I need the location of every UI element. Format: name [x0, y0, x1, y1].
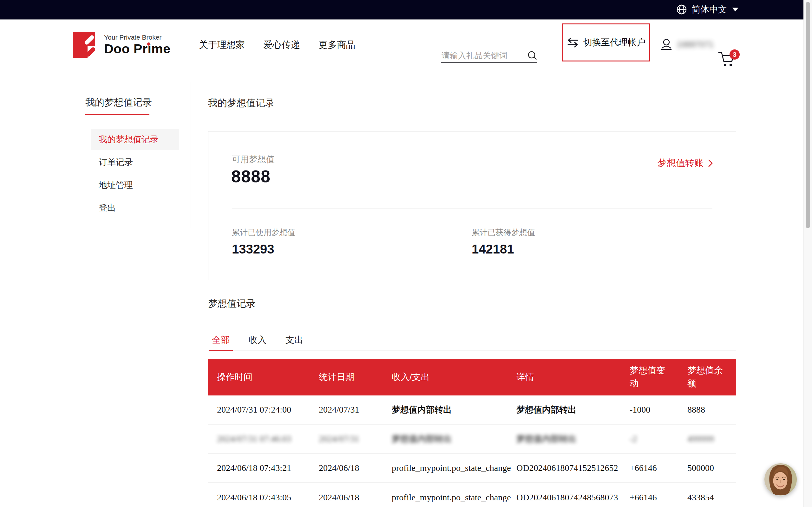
header-divider — [556, 38, 556, 56]
col-header-stat-date: 统计日期 — [319, 371, 392, 383]
table-row: 2024/06/18 07:43:21 2024/06/18 profile_m… — [208, 454, 736, 483]
cart-button[interactable]: 3 — [717, 51, 746, 75]
topbar: 简体中文 — [0, 0, 812, 20]
chat-avatar[interactable] — [764, 463, 797, 496]
used-points-label: 累计已使用梦想值 — [232, 227, 295, 238]
card-inner-divider — [232, 209, 712, 209]
chevron-right-icon — [708, 159, 713, 167]
records-table: 操作时间 统计日期 收入/支出 详情 梦想值变动 梦想值余额 2024/07/3… — [208, 359, 736, 507]
switch-account-label: 切换至代理帐户 — [583, 37, 646, 49]
sidebar-item-order-records[interactable]: 订单记录 — [91, 152, 179, 173]
records-section-title: 梦想值记录 — [208, 297, 256, 310]
user-icon — [660, 38, 672, 51]
table-row-blurred: 2024/07/31 07:46:03 2024/07/31 梦想值内部转出 梦… — [208, 425, 736, 454]
tab-income[interactable]: 收入 — [248, 330, 267, 350]
page-title: 我的梦想值记录 — [208, 97, 275, 110]
user-account[interactable]: 19887071 — [660, 38, 714, 51]
caret-down-icon — [732, 8, 739, 11]
nav-item-about[interactable]: 关于理想家 — [199, 39, 245, 51]
username-blurred: 19887071 — [677, 40, 714, 49]
sidebar-title: 我的梦想值记录 — [85, 96, 191, 109]
search-icon[interactable] — [527, 51, 537, 60]
points-transfer-link[interactable]: 梦想值转账 — [658, 157, 713, 170]
cart-count-badge: 3 — [729, 49, 740, 60]
used-points-value: 133293 — [232, 242, 295, 257]
switch-to-agent-account-button[interactable]: 切换至代理帐户 — [562, 23, 650, 61]
doo-prime-logo-icon — [73, 32, 98, 58]
col-header-detail: 详情 — [516, 371, 629, 383]
used-points-stat: 累计已使用梦想值 133293 — [232, 227, 295, 257]
logo-brand: Doo Prime — [104, 42, 171, 56]
tab-expense[interactable]: 支出 — [285, 330, 304, 350]
tab-all[interactable]: 全部 — [211, 330, 230, 350]
header: Your Private Broker Doo Prime 关于理想家 爱心传递… — [0, 20, 812, 82]
col-header-operation-time: 操作时间 — [217, 371, 319, 383]
logo-text: Your Private Broker Doo Prime — [104, 32, 171, 56]
col-header-income-expense: 收入/支出 — [392, 371, 516, 383]
earned-points-stat: 累计已获得梦想值 142181 — [472, 227, 535, 257]
records-tabs: 全部 收入 支出 — [208, 330, 736, 351]
language-label: 简体中文 — [692, 3, 727, 15]
available-points-value: 8888 — [231, 166, 270, 186]
logo-tagline: Your Private Broker — [104, 34, 171, 41]
table-header-row: 操作时间 统计日期 收入/支出 详情 梦想值变动 梦想值余额 — [208, 359, 736, 395]
scrollbar-track[interactable] — [803, 0, 812, 507]
dream-points-summary-card: 可用梦想值 8888 梦想值转账 累计已使用梦想值 133293 累计已获得梦想… — [208, 131, 736, 280]
scrollbar-thumb[interactable] — [806, 2, 810, 228]
swap-icon — [567, 38, 579, 48]
page: 简体中文 Your Private Broker Doo Prime 关于理想家… — [0, 0, 812, 507]
earned-points-label: 累计已获得梦想值 — [472, 227, 535, 238]
nav-item-more-products[interactable]: 更多商品 — [318, 39, 355, 51]
sidebar-item-my-dream-points[interactable]: 我的梦想值记录 — [91, 129, 179, 150]
globe-icon — [676, 4, 687, 15]
sidebar-item-logout[interactable]: 登出 — [91, 197, 179, 219]
nav-item-charity[interactable]: 爱心传递 — [263, 39, 300, 51]
search-input[interactable] — [441, 50, 523, 61]
language-selector[interactable]: 简体中文 — [676, 0, 739, 19]
chat-avatar-image — [764, 463, 797, 496]
main-nav: 关于理想家 爱心传递 更多商品 — [199, 39, 355, 51]
col-header-points-balance: 梦想值余额 — [687, 364, 736, 390]
earned-points-value: 142181 — [472, 242, 535, 257]
page-title-divider — [208, 119, 736, 119]
logo-i-dot — [147, 43, 150, 46]
table-row: 2024/07/31 07:24:00 2024/07/31 梦想值内部转出 梦… — [208, 395, 736, 425]
available-points-label: 可用梦想值 — [232, 154, 275, 165]
table-row: 2024/06/18 07:43:05 2024/06/18 profile_m… — [208, 483, 736, 507]
col-header-points-change: 梦想值变动 — [629, 364, 687, 390]
logo[interactable]: Your Private Broker Doo Prime — [73, 32, 171, 58]
sidebar-menu: 我的梦想值记录 订单记录 地址管理 登出 — [73, 129, 191, 219]
sidebar-item-address-management[interactable]: 地址管理 — [91, 174, 179, 196]
sidebar-title-underline — [85, 114, 149, 115]
search-box — [441, 49, 537, 63]
sidebar: 我的梦想值记录 我的梦想值记录 订单记录 地址管理 登出 — [73, 82, 191, 228]
